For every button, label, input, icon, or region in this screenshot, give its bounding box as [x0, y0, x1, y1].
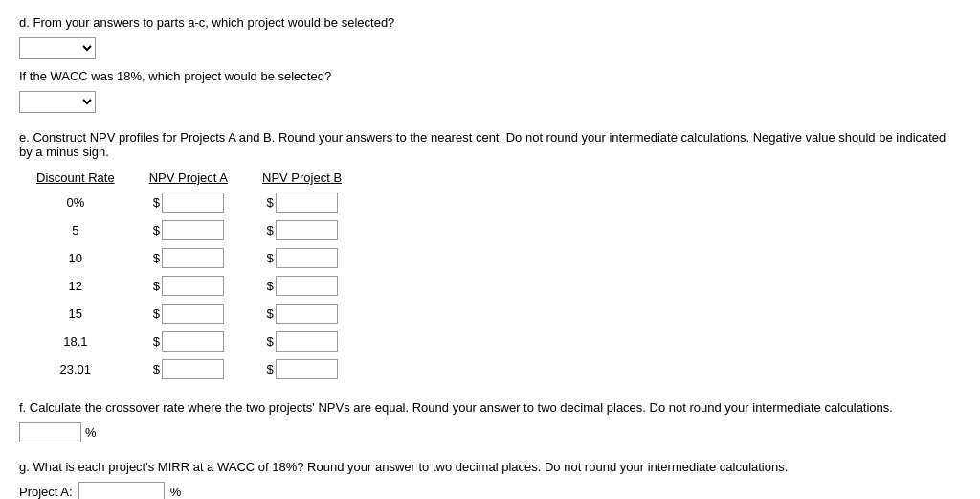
discount-rate-cell: 18.1: [19, 328, 132, 355]
table-row: 15$$: [19, 300, 359, 328]
npv-b-input[interactable]: [276, 331, 338, 352]
npv-b-cell: $: [245, 300, 359, 328]
dollar-sign-b: $: [266, 306, 273, 321]
npv-b-cell: $: [245, 244, 359, 272]
discount-rate-cell: 15: [19, 300, 132, 328]
discount-rate-cell: 23.01: [19, 355, 132, 383]
npv-b-cell: $: [245, 272, 359, 300]
mirr-project-a-input[interactable]: [78, 482, 165, 499]
dollar-sign-a: $: [153, 251, 160, 265]
crossover-percent-symbol: %: [85, 425, 97, 440]
npv-a-input[interactable]: [162, 304, 224, 324]
part-d-wacc-label: If the WACC was 18%, which project would…: [19, 69, 961, 83]
discount-rate-cell: 10: [19, 244, 132, 272]
part-d: d. From your answers to parts a-c, which…: [19, 15, 961, 113]
npv-a-input[interactable]: [162, 276, 224, 296]
npv-a-cell: $: [132, 216, 245, 244]
discount-rate-cell: 0%: [19, 189, 132, 216]
part-d-dropdown2[interactable]: Project A Project B: [19, 91, 96, 113]
mirr-project-a-row: Project A: %: [19, 482, 961, 499]
part-f: f. Calculate the crossover rate where th…: [19, 400, 961, 442]
part-d-dropdown1[interactable]: Project A Project B: [19, 37, 96, 59]
npv-b-input[interactable]: [276, 220, 338, 240]
npv-b-input[interactable]: [276, 359, 338, 379]
npv-a-cell: $: [132, 189, 245, 216]
npv-b-cell: $: [245, 189, 359, 216]
part-d-dropdown1-row: Project A Project B: [19, 37, 961, 59]
table-row: 18.1$$: [19, 328, 359, 355]
dollar-sign-b: $: [266, 334, 273, 349]
npv-a-input[interactable]: [162, 331, 224, 352]
table-row: 0%$$: [19, 189, 359, 216]
npv-b-input[interactable]: [276, 193, 338, 213]
npv-b-input[interactable]: [276, 248, 338, 268]
dollar-sign-a: $: [153, 334, 160, 349]
part-d-dropdown2-row: Project A Project B: [19, 91, 961, 113]
dollar-sign-b: $: [266, 195, 273, 210]
part-g-label: g. What is each project's MIRR at a WACC…: [19, 460, 961, 474]
col-npv-a: NPV Project A: [132, 167, 245, 189]
col-npv-b: NPV Project B: [245, 167, 359, 189]
npv-a-cell: $: [132, 355, 245, 383]
dollar-sign-a: $: [153, 279, 160, 293]
dollar-sign-a: $: [153, 362, 160, 376]
discount-rate-cell: 12: [19, 272, 132, 300]
npv-a-cell: $: [132, 300, 245, 328]
npv-a-input[interactable]: [162, 220, 224, 240]
npv-b-input[interactable]: [276, 304, 338, 324]
part-g: g. What is each project's MIRR at a WACC…: [19, 460, 961, 499]
table-row: 10$$: [19, 244, 359, 272]
dollar-sign-a: $: [153, 306, 160, 321]
dollar-sign-b: $: [266, 279, 273, 293]
dollar-sign-a: $: [153, 195, 160, 210]
col-discount-rate: Discount Rate: [19, 167, 132, 189]
dollar-sign-b: $: [266, 251, 273, 265]
dollar-sign-b: $: [266, 223, 273, 238]
part-e: e. Construct NPV profiles for Projects A…: [19, 130, 961, 383]
part-e-label: e. Construct NPV profiles for Projects A…: [19, 130, 961, 159]
part-d-label: d. From your answers to parts a-c, which…: [19, 15, 961, 30]
crossover-rate-row: %: [19, 422, 961, 442]
npv-b-cell: $: [245, 355, 359, 383]
mirr-project-a-label: Project A:: [19, 485, 73, 499]
npv-a-cell: $: [132, 244, 245, 272]
npv-b-cell: $: [245, 216, 359, 244]
part-f-label: f. Calculate the crossover rate where th…: [19, 400, 961, 415]
dollar-sign-b: $: [266, 362, 273, 376]
npv-a-input[interactable]: [162, 193, 224, 213]
npv-b-cell: $: [245, 328, 359, 355]
npv-b-input[interactable]: [276, 276, 338, 296]
npv-table: Discount Rate NPV Project A NPV Project …: [19, 167, 359, 383]
mirr-a-percent: %: [170, 485, 182, 499]
table-row: 12$$: [19, 272, 359, 300]
table-row: 5$$: [19, 216, 359, 244]
npv-a-input[interactable]: [162, 359, 224, 379]
dollar-sign-a: $: [153, 223, 160, 238]
crossover-rate-input[interactable]: [19, 422, 81, 442]
table-row: 23.01$$: [19, 355, 359, 383]
discount-rate-cell: 5: [19, 216, 132, 244]
npv-a-cell: $: [132, 328, 245, 355]
npv-a-cell: $: [132, 272, 245, 300]
npv-a-input[interactable]: [162, 248, 224, 268]
